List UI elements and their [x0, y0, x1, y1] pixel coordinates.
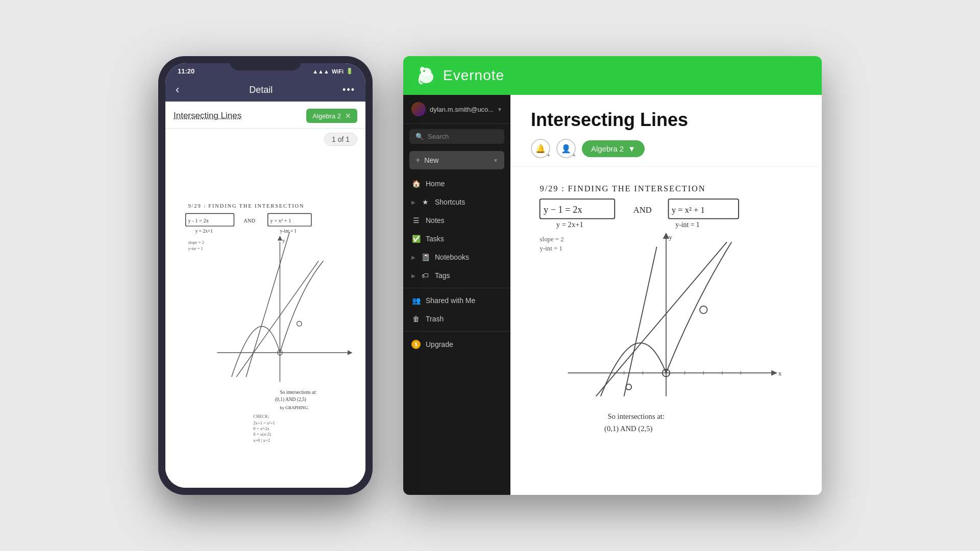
share-plus-icon: +: [573, 152, 576, 158]
svg-text:y: y: [282, 238, 285, 243]
svg-text:x=0 | x=2: x=0 | x=2: [253, 438, 270, 443]
svg-text:y-int = 1: y-int = 1: [675, 221, 700, 229]
expand-icon: ▶: [411, 255, 415, 260]
sidebar-item-shortcuts-label: Shortcuts: [435, 198, 465, 206]
sidebar-item-shortcuts[interactable]: ▶ ★ Shortcuts: [403, 193, 510, 211]
phone-body: 11:20 ▲▲▲ WiFi 🔋 ‹ Detail ••• Intersecti…: [158, 56, 373, 495]
svg-text:0 = x²-2x: 0 = x²-2x: [253, 426, 270, 431]
plus-icon: +: [415, 156, 420, 165]
phone-page-badge: 1 of 1: [324, 133, 357, 146]
sidebar-item-shared-label: Shared with Me: [426, 296, 475, 305]
sidebar-upgrade-button[interactable]: $ Upgrade: [403, 335, 510, 354]
note-actions-bar: 🔔 + 👤 + Algebra 2 ▼: [531, 139, 801, 158]
sidebar-item-notebooks[interactable]: ▶ 📓 Notebooks: [403, 248, 510, 266]
sidebar-item-tags-label: Tags: [435, 271, 450, 280]
note-tag-label: Algebra 2: [591, 144, 624, 153]
phone-screen: 11:20 ▲▲▲ WiFi 🔋 ‹ Detail ••• Intersecti…: [165, 63, 365, 488]
note-tag-button[interactable]: Algebra 2 ▼: [582, 140, 645, 157]
svg-text:y = x² + 1: y = x² + 1: [270, 218, 291, 223]
phone-status-icons: ▲▲▲ WiFi 🔋: [312, 68, 353, 74]
svg-text:9/29 : FINDING THE INTERSECTIO: 9/29 : FINDING THE INTERSECTION: [540, 184, 706, 193]
phone-time: 11:20: [178, 67, 194, 75]
svg-text:AND: AND: [633, 205, 652, 215]
svg-text:y = x² + 1: y = x² + 1: [672, 205, 705, 215]
svg-text:2x+1 = x²+1: 2x+1 = x²+1: [253, 420, 275, 425]
upgrade-coin-icon: $: [411, 340, 421, 349]
svg-text:y − 1 = 2x: y − 1 = 2x: [544, 205, 582, 215]
phone-content: Intersecting Lines Algebra 2 ✕ 1 of 1 9/…: [165, 102, 365, 488]
sidebar-new-chevron-icon: ▼: [493, 158, 498, 163]
phone-more-button[interactable]: •••: [342, 85, 355, 95]
tags-icon: 🏷: [421, 271, 430, 280]
sidebar-new-left: + New: [415, 156, 438, 165]
svg-text:y-int = 1: y-int = 1: [280, 229, 297, 234]
sidebar-divider: [403, 288, 510, 288]
svg-point-53: [626, 384, 631, 390]
phone-tag-badge[interactable]: Algebra 2 ✕: [306, 109, 357, 123]
note-share-button[interactable]: 👤 +: [556, 139, 576, 158]
phone-tag-close-icon[interactable]: ✕: [345, 112, 351, 120]
svg-marker-13: [278, 236, 282, 240]
phone-note-canvas: 9/29 : FINDING THE INTERSECTION y - 1 = …: [165, 150, 365, 488]
phone-mockup: 11:20 ▲▲▲ WiFi 🔋 ‹ Detail ••• Intersecti…: [158, 56, 373, 495]
evernote-sidebar: dylan.m.smith@uco... ▼ 🔍 Search + New ▼ …: [403, 95, 510, 495]
phone-back-button[interactable]: ‹: [176, 83, 179, 96]
sidebar-item-home[interactable]: 🏠 Home: [403, 174, 510, 193]
sidebar-user-name: dylan.m.smith@uco...: [430, 106, 497, 113]
svg-text:y-int = 1: y-int = 1: [188, 246, 203, 251]
note-content-area: 9/29 : FINDING THE INTERSECTION y − 1 = …: [510, 167, 822, 495]
sidebar-item-shared[interactable]: 👥 Shared with Me: [403, 291, 510, 310]
svg-point-52: [700, 306, 707, 314]
evernote-logo: Evernote: [415, 65, 504, 86]
svg-point-16: [297, 321, 302, 326]
expand-icon: ▶: [411, 273, 415, 279]
sidebar-new-label: New: [424, 156, 438, 164]
sidebar-search-label: Search: [428, 133, 449, 140]
share-icon: 👤: [561, 144, 571, 154]
note-header: Intersecting Lines 🔔 + 👤 + Algebra 2 ▼: [510, 95, 822, 167]
sidebar-item-home-label: Home: [426, 180, 445, 188]
sidebar-new-button[interactable]: + New ▼: [409, 151, 504, 169]
evernote-body: dylan.m.smith@uco... ▼ 🔍 Search + New ▼ …: [403, 95, 822, 495]
svg-marker-42: [663, 233, 670, 239]
evernote-elephant-icon: [415, 65, 437, 86]
sidebar-item-notes[interactable]: ☰ Notes: [403, 211, 510, 230]
note-reminder-button[interactable]: 🔔 +: [531, 139, 550, 158]
bell-plus-icon: +: [547, 152, 550, 158]
svg-text:by GRAPHING.: by GRAPHING.: [280, 405, 309, 410]
svg-text:slope = 2: slope = 2: [188, 240, 204, 245]
sidebar-search-bar[interactable]: 🔍 Search: [409, 129, 504, 144]
shortcuts-icon: ★: [421, 198, 430, 206]
svg-text:slope = 2: slope = 2: [540, 236, 564, 243]
note-title: Intersecting Lines: [531, 109, 801, 131]
phone-notch: [230, 56, 301, 70]
evernote-brand-label: Evernote: [443, 67, 504, 84]
bell-icon: 🔔: [535, 144, 546, 154]
trash-icon: 🗑: [411, 315, 421, 323]
sidebar-item-tasks[interactable]: ✅ Tasks: [403, 230, 510, 248]
svg-marker-41: [771, 370, 777, 375]
evernote-note-panel: Intersecting Lines 🔔 + 👤 + Algebra 2 ▼: [510, 95, 822, 495]
shared-icon: 👥: [411, 296, 421, 305]
svg-text:So intersections at:: So intersections at:: [607, 412, 664, 420]
sidebar-item-trash[interactable]: 🗑 Trash: [403, 310, 510, 328]
search-icon: 🔍: [415, 133, 424, 140]
sidebar-avatar: [411, 102, 426, 116]
svg-text:0 = x(x-2): 0 = x(x-2): [253, 432, 271, 437]
expand-icon: ▶: [411, 199, 415, 205]
svg-text:So intersections at:: So intersections at:: [280, 390, 316, 395]
svg-text:(0,1)  AND  (2,5): (0,1) AND (2,5): [604, 424, 652, 433]
svg-text:(0,1) AND (2,5): (0,1) AND (2,5): [275, 397, 306, 403]
sidebar-divider-2: [403, 331, 510, 332]
sidebar-user-chevron-icon: ▼: [497, 107, 502, 112]
sidebar-item-tags[interactable]: ▶ 🏷 Tags: [403, 266, 510, 285]
svg-text:y - 1 = 2x: y - 1 = 2x: [188, 218, 209, 223]
notes-icon: ☰: [411, 216, 421, 224]
svg-text:y: y: [669, 234, 672, 241]
sidebar-item-tasks-label: Tasks: [426, 235, 444, 243]
note-tag-chevron-icon: ▼: [628, 144, 635, 153]
note-handwriting-svg: 9/29 : FINDING THE INTERSECTION y − 1 = …: [521, 172, 812, 490]
notebooks-icon: 📓: [421, 253, 430, 261]
sidebar-user-section[interactable]: dylan.m.smith@uco... ▼: [403, 95, 510, 124]
phone-tag-label: Algebra 2: [312, 112, 341, 120]
